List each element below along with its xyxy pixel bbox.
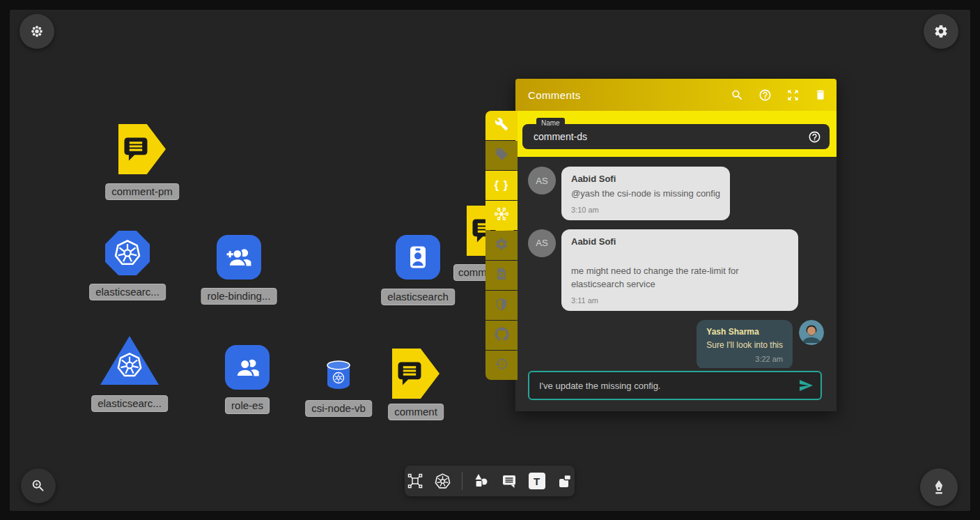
message-text: Sure I'll look into this xyxy=(706,339,783,351)
message-bubble: Yash Sharma Sure I'll look into this 3:2… xyxy=(697,320,793,368)
kubernetes-icon[interactable] xyxy=(434,472,452,490)
comments-panel-header[interactable]: Comments xyxy=(515,79,837,111)
app-window: comment-pm elasticsearc... role-binding.… xyxy=(0,0,980,520)
message-time: 3:22 am xyxy=(706,355,783,363)
node-settings-button[interactable] xyxy=(485,231,518,260)
text-tool-icon[interactable]: T xyxy=(528,472,546,490)
name-field[interactable]: Name xyxy=(522,124,830,149)
messages-list[interactable]: AS Aabid Sofi @yash the csi-node is miss… xyxy=(515,157,837,368)
comments-panel: Comments Name xyxy=(515,79,837,411)
node-label: csi-node-vb xyxy=(305,400,372,417)
node-label: elasticsearc... xyxy=(91,395,168,412)
image-tool-icon[interactable] xyxy=(556,472,574,490)
node-role-binding[interactable] xyxy=(217,235,261,280)
name-field-label: Name xyxy=(536,118,565,129)
node-action-toolbar: { } xyxy=(485,111,518,380)
help-icon[interactable] xyxy=(759,89,772,102)
node-label: comment-pm xyxy=(105,183,179,200)
history-button[interactable] xyxy=(485,351,518,380)
message-time: 3:10 am xyxy=(571,206,720,214)
avatar: AS xyxy=(528,167,556,194)
comment-input-row xyxy=(515,368,837,411)
trash-icon[interactable] xyxy=(814,89,827,101)
avatar-photo xyxy=(799,320,824,345)
configure-button[interactable] xyxy=(485,111,518,140)
name-section: Name xyxy=(515,111,837,157)
wrench-icon xyxy=(495,117,508,134)
shape-palette-toolbar: T xyxy=(405,466,575,496)
github-button[interactable] xyxy=(485,321,518,350)
name-input[interactable] xyxy=(534,131,808,142)
shield-icon xyxy=(495,297,508,314)
pen-nib-icon xyxy=(931,479,947,496)
config-json-button[interactable]: { } xyxy=(485,171,518,200)
comment-input[interactable] xyxy=(528,371,822,400)
node-elasticsearch-octagon[interactable] xyxy=(105,231,150,275)
node-comment[interactable] xyxy=(392,349,440,399)
shapes-icon[interactable] xyxy=(472,472,490,490)
security-button[interactable] xyxy=(485,291,518,320)
message-time: 3:11 am xyxy=(571,296,788,305)
doc-search-icon xyxy=(495,267,508,284)
node-elasticsearch-triangle[interactable] xyxy=(100,336,159,385)
app-menu-button[interactable] xyxy=(20,14,54,49)
node-elasticsearch-serviceaccount[interactable] xyxy=(396,235,440,280)
message-bubble: Aabid Sofi @yash the csi-node is missing… xyxy=(561,167,730,220)
expand-icon[interactable] xyxy=(786,89,800,102)
settings-gear-icon xyxy=(933,24,949,39)
search-icon[interactable] xyxy=(731,89,744,102)
message-text: @yash the csi-node is missing config xyxy=(571,188,720,201)
tag-icon xyxy=(495,147,508,164)
zoom-in-icon xyxy=(31,478,46,494)
message: Yash Sharma Sure I'll look into this 3:2… xyxy=(528,320,824,368)
node-csi-node-vb[interactable] xyxy=(326,360,351,390)
node-label: role-binding... xyxy=(201,288,277,305)
node-label: elasticsearch xyxy=(381,289,455,305)
help-icon[interactable] xyxy=(808,130,821,144)
send-icon[interactable] xyxy=(798,377,814,394)
node-label: comment xyxy=(388,404,444,420)
github-icon xyxy=(495,327,509,344)
message-author: Yash Sharma xyxy=(706,327,783,337)
design-icon[interactable] xyxy=(406,472,424,490)
gear-icon xyxy=(495,237,508,254)
preview-button[interactable] xyxy=(485,261,518,290)
toolbar-divider xyxy=(462,472,462,490)
comment-tool-icon[interactable] xyxy=(500,472,518,490)
node-role-es[interactable] xyxy=(225,345,270,390)
message: AS Aabid Sofi me might need to change th… xyxy=(528,229,825,311)
zoom-button[interactable] xyxy=(21,468,56,503)
mesh-button[interactable] xyxy=(485,201,518,230)
node-comment-pm[interactable] xyxy=(118,124,166,174)
tag-button[interactable] xyxy=(485,141,518,170)
message-text: me might need to change the rate-limit f… xyxy=(571,265,788,291)
braces-icon: { } xyxy=(495,178,509,192)
node-label: elasticsearc... xyxy=(89,284,166,300)
message-author: Aabid Sofi xyxy=(571,236,788,247)
panel-title: Comments xyxy=(528,89,731,101)
message-bubble: Aabid Sofi me might need to change the r… xyxy=(561,229,798,311)
pen-tool-button[interactable] xyxy=(920,468,958,506)
message: AS Aabid Sofi @yash the csi-node is miss… xyxy=(528,167,825,220)
settings-button[interactable] xyxy=(924,14,958,49)
message-author: Aabid Sofi xyxy=(571,174,720,184)
node-label: role-es xyxy=(225,397,270,414)
mesh-icon xyxy=(494,206,509,224)
history-icon xyxy=(495,357,508,374)
avatar: AS xyxy=(528,229,556,257)
meshery-flower-icon xyxy=(29,24,45,39)
